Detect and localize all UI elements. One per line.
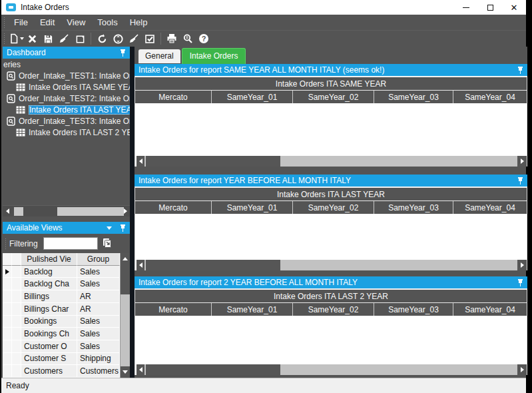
grid-horizontal-scrollbar[interactable] bbox=[135, 155, 527, 167]
table-row[interactable]: Billings Char AR bbox=[3, 303, 120, 316]
clean-brush-icon[interactable] bbox=[56, 31, 72, 46]
pin-icon[interactable] bbox=[517, 66, 523, 75]
scrollbar-thumb[interactable] bbox=[146, 156, 280, 167]
pin-icon[interactable] bbox=[517, 177, 523, 185]
report-search-icon bbox=[7, 94, 15, 103]
grid-column-headers: Mercato SameYear_01 SameYear_02 SameYear… bbox=[135, 91, 527, 103]
chevron-down-icon[interactable] bbox=[107, 226, 112, 230]
filter-input[interactable] bbox=[43, 237, 98, 250]
menu-edit[interactable]: Edit bbox=[34, 16, 61, 29]
menu-help[interactable]: Help bbox=[124, 16, 154, 29]
print-preview-icon[interactable] bbox=[180, 31, 196, 46]
column-header-sameyear04[interactable]: SameYear_04 bbox=[453, 201, 527, 214]
scroll-left-icon[interactable] bbox=[135, 156, 144, 167]
column-header-sameyear02[interactable]: SameYear_02 bbox=[293, 201, 374, 214]
window-title: Intake Orders bbox=[21, 3, 69, 12]
tool-bar: ? bbox=[1, 30, 526, 47]
scroll-down-icon[interactable] bbox=[121, 366, 130, 378]
scrollbar-thumb[interactable] bbox=[121, 264, 130, 294]
save-icon[interactable] bbox=[40, 31, 56, 46]
tree-item[interactable]: Order_Intake_TEST1: Intake Ord bbox=[3, 70, 130, 81]
validate-icon[interactable] bbox=[142, 31, 158, 46]
minimize-button[interactable] bbox=[454, 0, 478, 15]
column-header-group[interactable]: Group bbox=[77, 253, 120, 266]
grid-horizontal-scrollbar[interactable] bbox=[135, 259, 527, 270]
column-header-sameyear03[interactable]: SameYear_03 bbox=[374, 91, 453, 103]
scrollbar-thumb[interactable] bbox=[146, 260, 280, 270]
views-vertical-scrollbar[interactable] bbox=[120, 253, 130, 378]
table-row[interactable]: Customer O Sales bbox=[3, 340, 120, 353]
column-header-sameyear02[interactable]: SameYear_02 bbox=[293, 91, 374, 103]
scroll-right-icon[interactable] bbox=[517, 364, 527, 375]
column-header-mercato[interactable]: Mercato bbox=[135, 91, 212, 103]
clean-filter-icon[interactable] bbox=[126, 31, 142, 46]
menu-file[interactable]: File bbox=[8, 16, 34, 29]
table-row[interactable]: Billings AR bbox=[3, 290, 120, 303]
toolbar-grip[interactable] bbox=[3, 33, 6, 44]
column-header-sameyear03[interactable]: SameYear_03 bbox=[374, 303, 453, 316]
print-icon[interactable] bbox=[164, 31, 180, 46]
column-header-sameyear01[interactable]: SameYear_01 bbox=[212, 303, 293, 316]
column-header-mercato[interactable]: Mercato bbox=[135, 303, 212, 316]
available-views-title: Available Views bbox=[7, 223, 63, 232]
scroll-left-icon[interactable] bbox=[135, 364, 144, 375]
help-icon[interactable]: ? bbox=[196, 31, 212, 46]
menu-view[interactable]: View bbox=[61, 16, 91, 29]
column-header-sameyear01[interactable]: SameYear_01 bbox=[212, 91, 293, 103]
filter-grip bbox=[4, 238, 7, 249]
dashboard-title: Dashboard bbox=[7, 48, 46, 57]
tree-item[interactable]: Intake Orders ITA SAME YEA bbox=[3, 81, 130, 93]
new-page-icon[interactable] bbox=[72, 31, 88, 46]
sync-icon[interactable] bbox=[110, 31, 126, 46]
menu-grip[interactable] bbox=[3, 17, 6, 28]
tab-general[interactable]: General bbox=[138, 49, 180, 63]
column-header-mercato[interactable]: Mercato bbox=[135, 201, 212, 214]
table-row[interactable]: Bookings Sales bbox=[3, 316, 120, 328]
scroll-right-icon[interactable] bbox=[121, 206, 130, 216]
scroll-up-icon[interactable] bbox=[121, 253, 130, 264]
tree-item[interactable]: Intake Orders ITA LAST 2 YE bbox=[3, 127, 130, 138]
maximize-button[interactable] bbox=[478, 0, 502, 15]
grid-horizontal-scrollbar[interactable] bbox=[135, 364, 527, 375]
scrollbar-thumb[interactable] bbox=[57, 207, 124, 216]
column-header-published-view[interactable]: Pulished Vie bbox=[21, 253, 77, 266]
grid-table-icon bbox=[16, 83, 25, 91]
column-header-sameyear03[interactable]: SameYear_03 bbox=[374, 201, 453, 214]
close-button[interactable]: ✕ bbox=[502, 0, 526, 15]
column-header-sameyear01[interactable]: SameYear_01 bbox=[212, 201, 293, 214]
scrollbar-thumb[interactable] bbox=[146, 364, 280, 375]
pin-icon[interactable] bbox=[517, 278, 523, 287]
tab-intake-orders[interactable]: Intake Orders bbox=[182, 48, 246, 64]
pin-icon[interactable] bbox=[120, 224, 126, 232]
panel-splitter[interactable] bbox=[130, 47, 134, 378]
scrollbar-thumb[interactable] bbox=[14, 207, 23, 216]
scroll-right-icon[interactable] bbox=[517, 156, 527, 167]
refresh-icon[interactable] bbox=[94, 31, 110, 46]
column-header-sameyear04[interactable]: SameYear_04 bbox=[453, 303, 527, 316]
tree-root-label[interactable]: eries bbox=[3, 60, 130, 70]
menu-tools[interactable]: Tools bbox=[91, 16, 123, 29]
scroll-left-icon[interactable] bbox=[135, 260, 144, 270]
column-header-sameyear04[interactable]: SameYear_04 bbox=[453, 91, 527, 103]
new-dropdown-icon[interactable] bbox=[20, 37, 24, 40]
pin-icon[interactable] bbox=[120, 49, 126, 57]
tree-item[interactable]: Order_Intake_TEST2: Intake Ord bbox=[3, 93, 130, 104]
scroll-right-icon[interactable] bbox=[517, 260, 527, 270]
cell-group: Sales bbox=[77, 316, 120, 328]
tree-item[interactable]: Order_Intake_TEST3: Intake Ord bbox=[3, 115, 130, 127]
report-panel-header: Intake Orders for report 2 YEAR BEFORE A… bbox=[134, 276, 527, 288]
table-row[interactable]: Backlog Cha Sales bbox=[3, 278, 120, 290]
table-row[interactable]: Customer S Shipping bbox=[3, 353, 120, 366]
delete-icon[interactable] bbox=[24, 31, 40, 46]
table-row[interactable]: Customers Customers bbox=[3, 365, 120, 378]
column-header-sameyear02[interactable]: SameYear_02 bbox=[293, 303, 374, 316]
new-document-icon[interactable] bbox=[8, 31, 24, 46]
scroll-left-icon[interactable] bbox=[3, 206, 12, 216]
cell-view: Customer O bbox=[21, 340, 77, 353]
filter-editor-icon[interactable] bbox=[102, 237, 112, 250]
tree-item-selected[interactable]: Intake Orders ITA LAST YEA bbox=[3, 104, 130, 115]
dashboard-horizontal-scrollbar[interactable] bbox=[3, 205, 130, 216]
table-row[interactable]: Bookings Ch Sales bbox=[3, 328, 120, 340]
table-row[interactable]: Backlog Sales bbox=[3, 266, 120, 278]
filter-label: Filtering bbox=[9, 239, 38, 248]
